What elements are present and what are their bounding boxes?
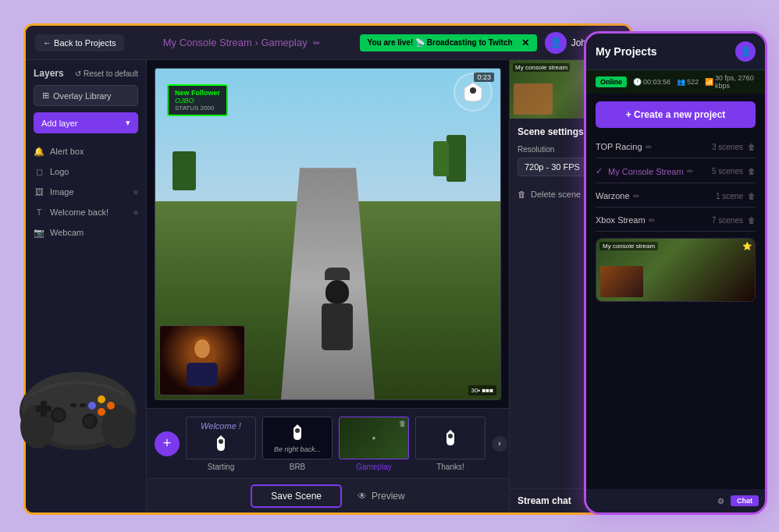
layer-logo-label: Logo — [50, 167, 138, 176]
layers-title: Layers — [34, 68, 64, 79]
mobile-stream-preview: My console stream ⭐ — [596, 238, 756, 302]
delete-icon[interactable]: 🗑 — [748, 216, 756, 225]
mobile-avatar: 👤 — [735, 41, 756, 62]
thumb-label: My console stream — [513, 63, 570, 72]
svg-rect-15 — [80, 403, 86, 407]
overlay-library-button[interactable]: ⊞ Overlay Library — [34, 85, 138, 106]
chat-button[interactable]: Chat — [731, 495, 759, 506]
scene-delete-icon[interactable]: 🗑 — [399, 420, 406, 427]
header-breadcrumb: My Console Stream › Gameplay ✏ — [124, 37, 360, 48]
users-icon: 👥 — [677, 78, 685, 86]
delete-icon[interactable]: 🗑 — [748, 143, 756, 151]
layer-item-alert-box[interactable]: 🔔 Alert box — [26, 141, 146, 161]
follower-label: New Follower — [175, 89, 220, 97]
mobile-status-bar: Online 🕐 00:03:56 👥 522 📶 30 fps, 2760 k… — [586, 70, 765, 94]
webcam-icon: 📷 — [34, 227, 44, 238]
edit-icon[interactable]: ✏ — [633, 192, 639, 200]
edit-icon[interactable]: ✏ — [687, 167, 693, 176]
char-helmet — [325, 268, 350, 280]
add-scene-button[interactable]: + — [155, 431, 180, 456]
layer-webcam-label: Webcam — [50, 228, 138, 237]
svg-point-22 — [448, 434, 453, 438]
game-preview: New Follower OJBO STATUS 2000 30▪ ■■■ 0:… — [155, 69, 500, 399]
follower-text: OJBO — [175, 97, 220, 105]
edit-scene-icon[interactable]: ✏ — [313, 38, 320, 48]
mobile-preview-thumb: My console stream ⭐ — [596, 239, 755, 301]
layer-item-webcam[interactable]: 📷 Webcam — [26, 222, 146, 243]
scene-thumb-thanks — [415, 417, 486, 459]
env-tree-2 — [446, 135, 466, 182]
char-body — [322, 303, 353, 350]
scene-starting-label: Starting — [208, 463, 234, 471]
hud-bar: 30▪ ■■■ — [468, 385, 496, 395]
hud-fps: 30▪ — [471, 387, 481, 394]
preview-button[interactable]: 👁 Preview — [357, 491, 405, 502]
scene-item-gameplay[interactable]: 🗑 ● Gameplay — [339, 417, 409, 471]
svg-point-16 — [470, 87, 476, 94]
svg-point-11 — [53, 410, 64, 420]
delete-scene-button[interactable]: 🗑 Delete scene — [518, 186, 581, 203]
svg-rect-18 — [187, 363, 218, 386]
project-name: My Console Stream — [163, 37, 252, 48]
layer-item-logo[interactable]: ◻ Logo — [26, 161, 146, 182]
back-to-projects-button[interactable]: ← Back to Projects — [35, 34, 124, 51]
checkmark-icon: ✓ — [596, 166, 603, 176]
live-badge-close-button[interactable]: ✕ — [521, 37, 529, 48]
settings-icon[interactable]: ⚙ — [717, 497, 724, 505]
xbox-stream-meta: 7 scenes 🗑 — [712, 216, 756, 225]
brb-text: Be right back... — [274, 445, 321, 453]
viewer-count: 👥 522 — [677, 78, 699, 86]
mini-webcam — [600, 266, 643, 297]
project-item-warzone[interactable]: Warzone ✏ 1 scene 🗑 — [596, 185, 756, 207]
game-character — [314, 279, 361, 349]
mobile-bottom-bar: ⚙ Chat — [586, 489, 765, 512]
scene-item-thanks[interactable]: Thanks! — [415, 417, 486, 471]
edit-icon[interactable]: ✏ — [646, 143, 652, 151]
fps-kbps: 📶 30 fps, 2760 kbps — [705, 74, 756, 90]
svg-point-9 — [88, 402, 96, 410]
svg-point-20 — [219, 439, 223, 444]
warzone-scenes: 1 scene — [716, 192, 743, 200]
reset-to-default-button[interactable]: ↺ Reset to default — [75, 69, 138, 78]
svg-point-13 — [84, 416, 95, 427]
scene-next-button[interactable]: › — [492, 436, 507, 452]
console-stream-name: ✓ My Console Stream ✏ — [596, 166, 712, 176]
brb-content: Be right back... — [271, 420, 324, 456]
layer-item-image[interactable]: 🖼 Image ≡ — [26, 182, 146, 202]
overlay-library-label: Overlay Library — [53, 91, 112, 101]
delete-icon[interactable]: 🗑 — [748, 167, 756, 176]
svg-point-21 — [295, 428, 300, 433]
project-item-console-stream[interactable]: ✓ My Console Stream ✏ 5 scenes 🗑 — [596, 160, 756, 183]
scene-item-brb[interactable]: Be right back... BRB — [262, 417, 333, 471]
thumb-face — [514, 83, 553, 115]
scene-name: Gameplay — [261, 37, 307, 48]
project-item-top-racing[interactable]: TOP Racing ✏ 3 scenes 🗑 — [596, 136, 756, 158]
preview-timer: 0:23 — [474, 73, 494, 82]
clock-icon: 🕐 — [633, 78, 642, 86]
svg-rect-14 — [70, 403, 76, 407]
console-stream-scenes: 5 scenes — [712, 167, 743, 176]
mobile-header: My Projects 👤 — [586, 34, 765, 70]
scene-strip: + Welcome ! Starting — [147, 408, 509, 478]
scene-thanks-label: Thanks! — [436, 463, 464, 471]
edit-icon[interactable]: ✏ — [649, 216, 655, 225]
avatar: 👤 — [545, 32, 567, 54]
char-head — [325, 280, 349, 303]
svg-point-7 — [107, 402, 115, 410]
mobile-stream-thumb-label: My console stream — [599, 242, 658, 250]
chevron-down-icon: ▾ — [126, 118, 130, 128]
save-scene-button[interactable]: Save Scene — [251, 484, 342, 508]
svg-point-19 — [194, 339, 210, 358]
delete-icon[interactable]: 🗑 — [748, 192, 756, 200]
scene-thumb-starting: Welcome ! — [186, 417, 256, 459]
alert-box-icon: 🔔 — [34, 146, 44, 157]
add-layer-button[interactable]: Add layer ▾ — [34, 112, 138, 133]
project-item-xbox-stream[interactable]: Xbox Stream ✏ 7 scenes 🗑 — [596, 209, 756, 232]
logo-icon: ◻ — [34, 166, 44, 177]
mobile-thumb-star: ⭐ — [742, 242, 752, 250]
create-project-button[interactable]: + Create a new project — [596, 101, 756, 128]
scene-item-starting[interactable]: Welcome ! Starting — [186, 417, 256, 471]
layer-item-welcome-back[interactable]: T Welcome back! ≡ — [26, 202, 146, 222]
stream-time: 🕐 00:03:56 — [633, 78, 671, 86]
refresh-icon: ↺ — [75, 69, 81, 78]
